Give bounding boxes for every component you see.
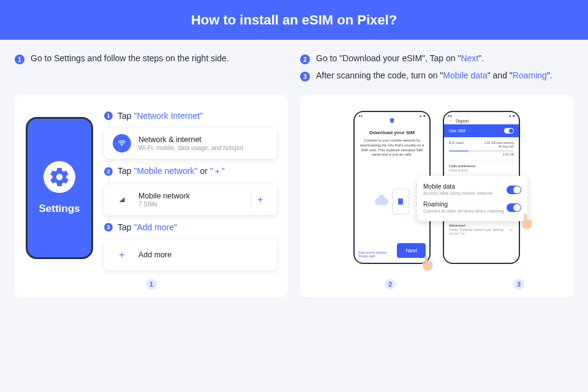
intro-instructions: 1 Go to Settings and follow the steps on… xyxy=(0,40,588,95)
shield-icon xyxy=(389,118,395,124)
step-badge-icon: 1 xyxy=(104,111,113,120)
data-usage-block: 0 B used 2.00 GB data warning30 days lef… xyxy=(444,137,519,160)
toggle-on-icon xyxy=(507,203,521,212)
chevron-down-icon xyxy=(508,227,514,233)
intro-right: 2 Go to "Download your eSIM", Tap on "Ne… xyxy=(300,53,573,88)
plus-icon xyxy=(113,246,131,264)
advanced-row[interactable]: Advanced Carrier, Preferred network type… xyxy=(444,219,519,239)
add-sim-button[interactable] xyxy=(251,191,268,208)
toggle-overlay-card: Mobile data Access data using mobile net… xyxy=(417,176,527,221)
panel-number-badge: 3 xyxy=(513,279,524,290)
panel-settings-steps: Settings 1 Tap "Network Internet" Networ… xyxy=(15,95,288,297)
mobile-data-link: Mobile data xyxy=(443,70,487,80)
toggle-on-icon xyxy=(504,128,514,134)
card-title: Network & internet xyxy=(138,135,243,144)
step-3-label: 3 Tap "Add more" xyxy=(104,222,277,232)
step-1-label: 1 Tap "Network Internet" xyxy=(104,111,277,121)
panel-phone-screens: ●●▲ ■ Download your SIM Connect to your … xyxy=(300,95,573,297)
intro-step-1-text: Go to Settings and follow the steps on t… xyxy=(31,53,229,63)
settings-label: Settings xyxy=(39,203,80,215)
gear-icon xyxy=(43,161,75,193)
use-sim-toggle-row[interactable]: Use SIM xyxy=(444,124,519,137)
intro-step-3: 3 After scanning the code, turn on "Mobi… xyxy=(300,70,573,81)
steps-column: 1 Tap "Network Internet" Network & inter… xyxy=(104,111,277,270)
svg-point-0 xyxy=(121,146,122,146)
panel-number-badge: 1 xyxy=(146,279,157,290)
add-more-card[interactable]: Add more xyxy=(104,239,277,270)
intro-left: 1 Go to Settings and follow the steps on… xyxy=(15,53,288,88)
back-row[interactable]: ← Digicel xyxy=(444,118,519,124)
roaming-toggle-row[interactable]: Roaming Connect to data services when ro… xyxy=(423,198,521,216)
next-link: Next xyxy=(461,53,478,63)
mobile-network-card[interactable]: Mobile network 7 SIMs xyxy=(104,184,277,215)
status-bar: ●●▲ ■ xyxy=(355,112,429,118)
settings-phone-mock: Settings xyxy=(26,117,93,259)
panels-row: Settings 1 Tap "Network Internet" Networ… xyxy=(0,95,588,297)
step-badge-icon: 3 xyxy=(104,223,113,232)
card-subtitle: Wi-Fi, mobile, data usage, and hotspot xyxy=(138,145,243,151)
toggle-on-icon xyxy=(507,186,521,194)
sim-settings-phone: ●●▲ ■ ← Digicel Use SIM 0 B used 2.00 GB… xyxy=(443,111,520,264)
mobile-data-toggle-row[interactable]: Mobile data Access data using mobile net… xyxy=(423,181,521,198)
back-arrow-icon: ← xyxy=(449,119,453,123)
intro-step-2: 2 Go to "Download your eSIM", Tap on "Ne… xyxy=(300,53,573,64)
wifi-icon xyxy=(113,134,131,153)
cloud-icon xyxy=(375,198,388,205)
status-bar: ●●▲ ■ xyxy=(444,112,519,118)
page-title: How to install an eSIM on Pixel? xyxy=(191,12,397,28)
signal-icon xyxy=(113,190,131,209)
intro-step-3-text: After scanning the code, turn on "Mobile… xyxy=(316,70,552,80)
pointer-hand-icon xyxy=(418,254,435,271)
card-title: Mobile network xyxy=(138,192,190,200)
step-badge-icon: 2 xyxy=(104,167,113,176)
calls-preference-row[interactable]: Calls preference China Unicom xyxy=(444,160,519,176)
card-subtitle: 7 SIMs xyxy=(138,201,190,208)
network-internet-card[interactable]: Network & internet Wi-Fi, mobile, data u… xyxy=(104,128,277,159)
panel-number-badge: 2 xyxy=(385,279,396,290)
roaming-link: Roaming xyxy=(513,70,547,80)
step-2-label: 2 Tap "Mobile network" or "＋" xyxy=(104,166,277,177)
card-title: Add more xyxy=(138,251,172,259)
step-badge-icon: 2 xyxy=(300,55,310,64)
pointer-hand-icon xyxy=(518,213,535,230)
step-badge-icon: 3 xyxy=(300,72,310,81)
intro-step-2-text: Go to "Download your eSIM", Tap on "Next… xyxy=(316,53,484,63)
privacy-link[interactable]: Scan source license | Privacy path xyxy=(358,251,397,258)
download-sim-text: Download your SIM Connect to your mobile… xyxy=(355,124,429,164)
intro-step-1: 1 Go to Settings and follow the steps on… xyxy=(15,53,288,64)
sim-card-icon xyxy=(392,189,409,214)
step-badge-icon: 1 xyxy=(15,55,24,64)
header-banner: How to install an eSIM on Pixel? xyxy=(0,0,588,40)
